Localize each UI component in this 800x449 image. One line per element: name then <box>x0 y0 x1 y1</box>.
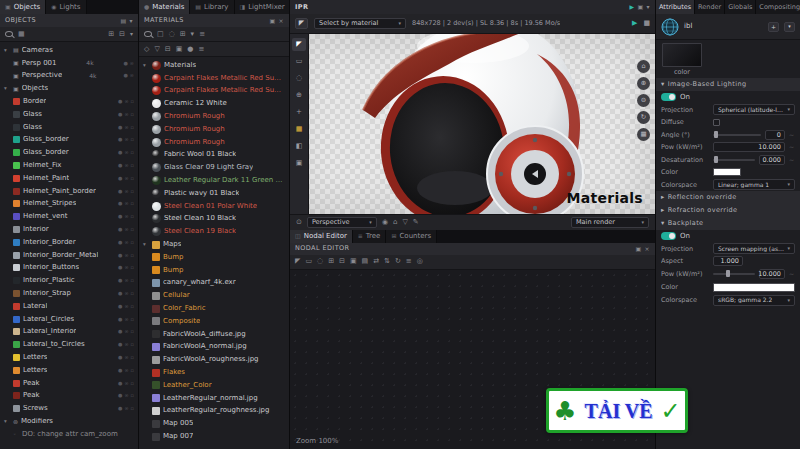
object-row-icons[interactable]: ● ∞ ▫ <box>118 189 134 194</box>
map-row[interactable]: LeatherRegular_normal.jpg <box>139 392 289 405</box>
ibl-on-toggle[interactable] <box>661 93 676 101</box>
nodal-tool-icon[interactable]: ◌ <box>317 258 323 265</box>
material-dot-icon[interactable]: ● <box>118 342 122 347</box>
map-row[interactable]: Bump <box>139 264 289 277</box>
material-dot-icon[interactable]: ● <box>118 163 122 168</box>
visibility-icon[interactable]: ▫ <box>131 125 134 130</box>
camera-lock-icon[interactable]: ⊙ <box>296 219 302 226</box>
object-row[interactable]: Glass ● ∞ ▫ <box>0 121 138 134</box>
dock-icon[interactable]: ▣ <box>635 246 641 252</box>
object-row-icons[interactable]: ● ∞ ▫ <box>118 201 134 206</box>
link-icon[interactable]: ∞ <box>124 317 128 322</box>
nodal-tool-icon[interactable]: ≡ <box>406 258 412 265</box>
map-row[interactable]: FabricWoolA_normal.jpg <box>139 341 289 354</box>
map-row[interactable]: Cellular <box>139 289 289 302</box>
material-dot-icon[interactable]: ● <box>118 265 122 270</box>
materials-group-row[interactable]: ▾ Materials <box>139 59 289 72</box>
nodal-tool-icon[interactable]: ▤ <box>362 258 369 265</box>
object-row[interactable]: Interior_Buttons ● ∞ ▫ <box>0 262 138 275</box>
diffuse-checkbox[interactable] <box>713 119 720 126</box>
object-row[interactable]: Lateral_to_Circles ● ∞ ▫ <box>0 338 138 351</box>
visibility-icon[interactable]: ▫ <box>131 304 134 309</box>
visibility-icon[interactable]: ▫ <box>131 342 134 347</box>
link-icon[interactable]: ∞ <box>124 227 128 232</box>
toolbar-icon[interactable]: ● <box>187 46 193 53</box>
object-row[interactable]: Lateral ● ∞ ▫ <box>0 300 138 313</box>
nodal-tab[interactable]: ◫ Nodal Editor <box>290 230 353 243</box>
material-dot-icon[interactable]: ● <box>118 381 122 386</box>
attributes-tab[interactable]: Render <box>695 0 725 14</box>
material-dot-icon[interactable]: ● <box>118 355 122 360</box>
toolbar-icon[interactable]: ⊞ <box>180 31 186 38</box>
toolbar-icon[interactable]: ◇ <box>144 46 149 53</box>
material-dot-icon[interactable]: ● <box>118 317 122 322</box>
nodal-tool-icon[interactable]: ↻ <box>395 258 401 265</box>
viewport-nav-button[interactable]: ↻ <box>637 111 650 124</box>
caret-down-icon[interactable]: ▾ <box>4 86 10 92</box>
search-icon[interactable] <box>5 31 13 37</box>
dock-icon[interactable]: ▣ <box>638 4 644 10</box>
backplate-color-swatch[interactable] <box>713 283 795 292</box>
camera-row[interactable]: ▣ Perspective 4k ● ∞ <box>0 70 138 83</box>
link-icon[interactable]: ∞ <box>124 176 128 181</box>
visibility-icon[interactable]: ▫ <box>131 189 134 194</box>
left-panel-tab[interactable]: ◉ Lights <box>46 0 86 14</box>
material-dot-icon[interactable]: ● <box>118 112 122 117</box>
material-row[interactable]: Chromium Rough <box>139 110 289 123</box>
collapse-icon[interactable]: ▾ <box>130 18 133 24</box>
refraction-section-header[interactable]: ▸ Refraction override <box>656 204 800 217</box>
backplate-pow-slider[interactable] <box>713 273 755 275</box>
link-icon[interactable]: ∞ <box>124 355 128 360</box>
visibility-icon[interactable]: ▫ <box>131 112 134 117</box>
material-dot-icon[interactable]: ● <box>118 329 122 334</box>
link-icon[interactable]: ∞ <box>124 406 128 411</box>
material-row[interactable]: Chromium Rough <box>139 136 289 149</box>
nodal-tool-icon[interactable]: ◤ <box>295 258 300 265</box>
nodal-tool-icon[interactable]: ◎ <box>417 258 423 265</box>
link-icon[interactable]: ∞ <box>124 368 128 373</box>
save-view-icon[interactable]: ▽ <box>402 219 407 226</box>
object-row-icons[interactable]: ● ∞ ▫ <box>118 253 134 258</box>
map-row[interactable]: Flakes <box>139 366 289 379</box>
link-icon[interactable]: ∞ <box>124 201 128 206</box>
backplate-on-toggle[interactable] <box>661 232 676 240</box>
angle-slider[interactable] <box>713 134 761 136</box>
backplate-pow-value[interactable]: 10.000 <box>759 269 785 279</box>
visibility-icon[interactable]: ▫ <box>131 329 134 334</box>
objects-tree[interactable]: ▾ ▤ Cameras ▣ Persp 001 4k ● ∞ ▣ Perspec… <box>0 42 138 449</box>
visibility-icon[interactable]: ▫ <box>131 393 134 398</box>
material-row[interactable]: Glass Clear 09 Light Gray <box>139 161 289 174</box>
toolbar-icon[interactable]: ▽ <box>154 46 159 53</box>
material-dot-icon[interactable]: ● <box>118 304 122 309</box>
map-row[interactable]: FabricWoolA_diffuse.jpg <box>139 328 289 341</box>
link-icon[interactable]: ∞ <box>124 240 128 245</box>
object-row-icons[interactable]: ● ∞ ▫ <box>118 381 134 386</box>
visibility-icon[interactable]: ▫ <box>131 406 134 411</box>
caret-down-icon[interactable]: ▾ <box>143 242 149 248</box>
material-row[interactable]: Carpaint Flakes Metallic Red Sunfire <box>139 85 289 98</box>
curve-icon[interactable]: ~ <box>789 144 795 150</box>
visibility-icon[interactable]: ▫ <box>131 368 134 373</box>
object-row[interactable]: Letters ● ∞ ▫ <box>0 351 138 364</box>
object-row[interactable]: Peak ● ∞ ▫ <box>0 390 138 403</box>
object-row[interactable]: Glass_border ● ∞ ▫ <box>0 134 138 147</box>
angle-value[interactable]: 0 <box>765 130 785 140</box>
material-dot-icon[interactable]: ● <box>118 278 122 283</box>
toolbar-icon[interactable]: ◌ <box>169 31 175 38</box>
reflection-section-header[interactable]: ▸ Reflection override <box>656 191 800 204</box>
render-target-dropdown[interactable]: Main render ▾ <box>571 217 649 228</box>
link-icon[interactable]: ∞ <box>124 125 128 130</box>
left-panel-tab[interactable]: ▣ Objects <box>0 0 46 14</box>
object-row[interactable]: Glass ● ∞ ▫ <box>0 108 138 121</box>
link-icon[interactable]: ∞ <box>124 163 128 168</box>
close-icon[interactable]: × <box>645 246 650 252</box>
material-dot-icon[interactable]: ● <box>118 99 122 104</box>
material-dot-icon[interactable]: ● <box>118 291 122 296</box>
link-icon[interactable]: ∞ <box>124 99 128 104</box>
map-row[interactable]: Map 005 <box>139 417 289 430</box>
link-icon[interactable]: ∞ <box>130 61 134 66</box>
material-row[interactable]: Plastic wavy 01 Black <box>139 187 289 200</box>
nodal-tool-icon[interactable]: ⇄ <box>373 258 379 265</box>
curve-icon[interactable]: ~ <box>789 132 795 138</box>
pow-value[interactable]: 10.000 <box>713 142 785 152</box>
